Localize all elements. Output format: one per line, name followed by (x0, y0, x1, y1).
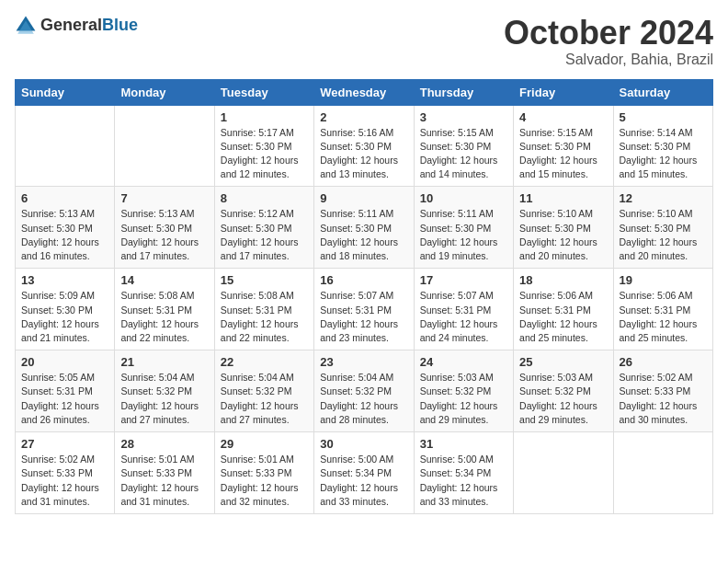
day-number: 8 (221, 191, 308, 205)
day-number: 5 (620, 110, 707, 124)
day-number: 27 (21, 437, 108, 451)
day-info: Sunrise: 5:15 AM Sunset: 5:30 PM Dayligh… (519, 126, 607, 182)
day-info: Sunrise: 5:00 AM Sunset: 5:34 PM Dayligh… (420, 453, 507, 509)
calendar-cell: 13Sunrise: 5:09 AM Sunset: 5:30 PM Dayli… (16, 269, 115, 350)
day-info: Sunrise: 5:16 AM Sunset: 5:30 PM Dayligh… (320, 126, 407, 182)
day-number: 7 (120, 191, 208, 205)
day-number: 28 (120, 437, 208, 451)
day-number: 31 (420, 437, 507, 451)
day-info: Sunrise: 5:17 AM Sunset: 5:30 PM Dayligh… (221, 126, 308, 182)
day-number: 17 (420, 273, 507, 287)
calendar-cell: 3Sunrise: 5:15 AM Sunset: 5:30 PM Daylig… (414, 105, 513, 187)
day-number: 10 (420, 191, 507, 205)
calendar-week-row: 6Sunrise: 5:13 AM Sunset: 5:30 PM Daylig… (16, 187, 713, 269)
day-info: Sunrise: 5:11 AM Sunset: 5:30 PM Dayligh… (420, 207, 507, 263)
day-info: Sunrise: 5:12 AM Sunset: 5:30 PM Dayligh… (221, 207, 308, 263)
calendar-cell: 21Sunrise: 5:04 AM Sunset: 5:32 PM Dayli… (115, 350, 214, 432)
day-number: 1 (221, 110, 308, 124)
calendar-week-row: 13Sunrise: 5:09 AM Sunset: 5:30 PM Dayli… (16, 269, 713, 350)
calendar-cell: 29Sunrise: 5:01 AM Sunset: 5:33 PM Dayli… (214, 432, 313, 514)
calendar-cell: 12Sunrise: 5:10 AM Sunset: 5:30 PM Dayli… (613, 187, 712, 269)
weekday-header: Thursday (414, 79, 513, 105)
calendar-cell: 17Sunrise: 5:07 AM Sunset: 5:31 PM Dayli… (414, 269, 513, 350)
day-info: Sunrise: 5:03 AM Sunset: 5:32 PM Dayligh… (420, 371, 507, 427)
calendar-cell: 11Sunrise: 5:10 AM Sunset: 5:30 PM Dayli… (514, 187, 613, 269)
day-number: 4 (519, 110, 607, 124)
day-info: Sunrise: 5:01 AM Sunset: 5:33 PM Dayligh… (120, 453, 208, 509)
day-number: 3 (420, 110, 507, 124)
day-info: Sunrise: 5:02 AM Sunset: 5:33 PM Dayligh… (21, 453, 108, 509)
weekday-header-row: SundayMondayTuesdayWednesdayThursdayFrid… (16, 79, 713, 105)
day-number: 13 (21, 273, 108, 287)
calendar-cell: 9Sunrise: 5:11 AM Sunset: 5:30 PM Daylig… (314, 187, 414, 269)
page-header: General Blue October 2024 Salvador, Bahi… (15, 15, 713, 68)
title-block: October 2024 Salvador, Bahia, Brazil (504, 15, 713, 68)
day-number: 21 (120, 355, 208, 369)
calendar-week-row: 1Sunrise: 5:17 AM Sunset: 5:30 PM Daylig… (16, 105, 713, 187)
weekday-header: Friday (514, 79, 613, 105)
weekday-header: Saturday (613, 79, 712, 105)
calendar-cell: 20Sunrise: 5:05 AM Sunset: 5:31 PM Dayli… (16, 350, 115, 432)
calendar-cell: 26Sunrise: 5:02 AM Sunset: 5:33 PM Dayli… (613, 350, 712, 432)
day-info: Sunrise: 5:06 AM Sunset: 5:31 PM Dayligh… (519, 289, 607, 345)
day-info: Sunrise: 5:10 AM Sunset: 5:30 PM Dayligh… (519, 207, 607, 263)
month-title: October 2024 (504, 15, 713, 52)
calendar-table: SundayMondayTuesdayWednesdayThursdayFrid… (15, 79, 713, 514)
day-info: Sunrise: 5:14 AM Sunset: 5:30 PM Dayligh… (620, 126, 707, 182)
calendar-cell: 10Sunrise: 5:11 AM Sunset: 5:30 PM Dayli… (414, 187, 513, 269)
day-info: Sunrise: 5:04 AM Sunset: 5:32 PM Dayligh… (320, 371, 407, 427)
day-info: Sunrise: 5:00 AM Sunset: 5:34 PM Dayligh… (320, 453, 407, 509)
logo-blue: Blue (102, 17, 138, 35)
day-info: Sunrise: 5:13 AM Sunset: 5:30 PM Dayligh… (120, 207, 208, 263)
day-info: Sunrise: 5:10 AM Sunset: 5:30 PM Dayligh… (620, 207, 707, 263)
day-number: 14 (120, 273, 208, 287)
calendar-cell: 27Sunrise: 5:02 AM Sunset: 5:33 PM Dayli… (16, 432, 115, 514)
location-title: Salvador, Bahia, Brazil (504, 52, 713, 68)
logo-general: General (40, 17, 102, 35)
calendar-cell: 1Sunrise: 5:17 AM Sunset: 5:30 PM Daylig… (214, 105, 313, 187)
calendar-cell: 24Sunrise: 5:03 AM Sunset: 5:32 PM Dayli… (414, 350, 513, 432)
calendar-cell: 16Sunrise: 5:07 AM Sunset: 5:31 PM Dayli… (314, 269, 414, 350)
day-info: Sunrise: 5:07 AM Sunset: 5:31 PM Dayligh… (420, 289, 507, 345)
calendar-cell: 4Sunrise: 5:15 AM Sunset: 5:30 PM Daylig… (514, 105, 613, 187)
day-info: Sunrise: 5:13 AM Sunset: 5:30 PM Dayligh… (21, 207, 108, 263)
day-number: 12 (620, 191, 707, 205)
day-info: Sunrise: 5:04 AM Sunset: 5:32 PM Dayligh… (221, 371, 308, 427)
day-number: 30 (320, 437, 407, 451)
day-number: 6 (21, 191, 108, 205)
logo-icon (15, 15, 37, 37)
day-info: Sunrise: 5:07 AM Sunset: 5:31 PM Dayligh… (320, 289, 407, 345)
calendar-cell: 22Sunrise: 5:04 AM Sunset: 5:32 PM Dayli… (214, 350, 313, 432)
day-info: Sunrise: 5:11 AM Sunset: 5:30 PM Dayligh… (320, 207, 407, 263)
calendar-week-row: 27Sunrise: 5:02 AM Sunset: 5:33 PM Dayli… (16, 432, 713, 514)
day-number: 16 (320, 273, 407, 287)
calendar-cell: 7Sunrise: 5:13 AM Sunset: 5:30 PM Daylig… (115, 187, 214, 269)
calendar-cell: 23Sunrise: 5:04 AM Sunset: 5:32 PM Dayli… (314, 350, 414, 432)
day-number: 15 (221, 273, 308, 287)
day-number: 22 (221, 355, 308, 369)
day-number: 29 (221, 437, 308, 451)
weekday-header: Sunday (16, 79, 115, 105)
day-info: Sunrise: 5:08 AM Sunset: 5:31 PM Dayligh… (120, 289, 208, 345)
weekday-header: Tuesday (214, 79, 313, 105)
weekday-header: Monday (115, 79, 214, 105)
calendar-cell: 14Sunrise: 5:08 AM Sunset: 5:31 PM Dayli… (115, 269, 214, 350)
day-info: Sunrise: 5:03 AM Sunset: 5:32 PM Dayligh… (519, 371, 607, 427)
calendar-cell: 18Sunrise: 5:06 AM Sunset: 5:31 PM Dayli… (514, 269, 613, 350)
day-number: 9 (320, 191, 407, 205)
day-info: Sunrise: 5:15 AM Sunset: 5:30 PM Dayligh… (420, 126, 507, 182)
day-info: Sunrise: 5:05 AM Sunset: 5:31 PM Dayligh… (21, 371, 108, 427)
calendar-week-row: 20Sunrise: 5:05 AM Sunset: 5:31 PM Dayli… (16, 350, 713, 432)
calendar-cell: 19Sunrise: 5:06 AM Sunset: 5:31 PM Dayli… (613, 269, 712, 350)
calendar-cell (514, 432, 613, 514)
day-number: 26 (620, 355, 707, 369)
calendar-cell: 25Sunrise: 5:03 AM Sunset: 5:32 PM Dayli… (514, 350, 613, 432)
day-number: 23 (320, 355, 407, 369)
day-info: Sunrise: 5:04 AM Sunset: 5:32 PM Dayligh… (120, 371, 208, 427)
day-number: 19 (620, 273, 707, 287)
logo: General Blue (15, 15, 138, 37)
weekday-header: Wednesday (314, 79, 414, 105)
calendar-cell (16, 105, 115, 187)
calendar-cell (115, 105, 214, 187)
calendar-cell: 8Sunrise: 5:12 AM Sunset: 5:30 PM Daylig… (214, 187, 313, 269)
